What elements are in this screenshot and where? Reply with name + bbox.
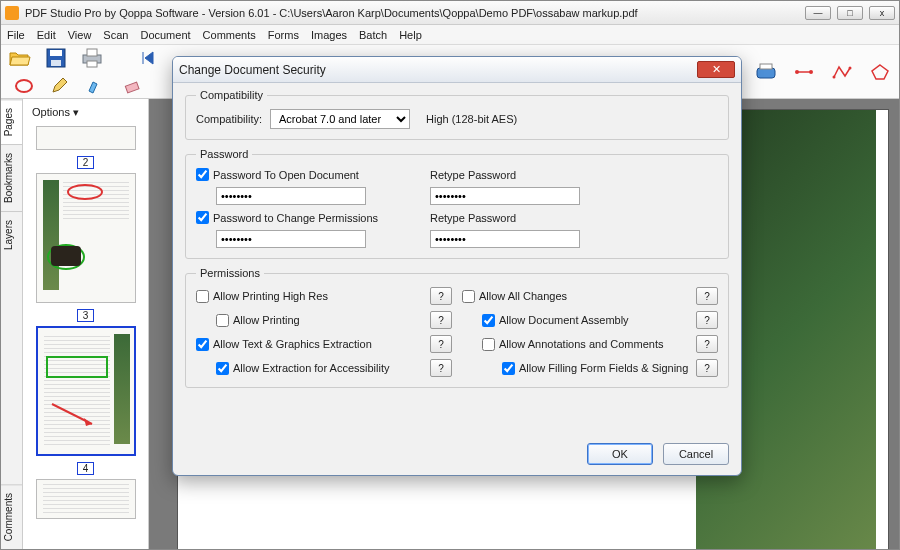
dialog-overlay: Change Document Security ✕ Compatibility… [0, 0, 900, 550]
compatibility-group: Compatibility Compatibility: Acrobat 7.0… [185, 89, 729, 140]
perm-annotations[interactable]: Allow Annotations and Comments [482, 338, 663, 351]
dialog-title: Change Document Security [179, 63, 326, 77]
perm-doc-assembly[interactable]: Allow Document Assembly [482, 314, 629, 327]
pwd-change-check[interactable]: Password to Change Permissions [196, 211, 406, 224]
perm-print[interactable]: Allow Printing [216, 314, 300, 327]
perm-print-high[interactable]: Allow Printing High Res [196, 290, 328, 303]
permissions-legend: Permissions [196, 267, 264, 279]
dialog-titlebar: Change Document Security ✕ [173, 57, 741, 83]
compat-label: Compatibility: [196, 113, 262, 125]
help-print-high[interactable]: ? [430, 287, 452, 305]
perm-all-changes[interactable]: Allow All Changes [462, 290, 567, 303]
compat-legend: Compatibility [196, 89, 267, 101]
compat-select[interactable]: Acrobat 7.0 and later [270, 109, 410, 129]
cancel-button[interactable]: Cancel [663, 443, 729, 465]
pwd-open-check[interactable]: Password To Open Document [196, 168, 406, 181]
dialog-body: Compatibility Compatibility: Acrobat 7.0… [173, 83, 741, 437]
help-doc-assembly[interactable]: ? [696, 311, 718, 329]
help-print[interactable]: ? [430, 311, 452, 329]
perm-text-extract[interactable]: Allow Text & Graphics Extraction [196, 338, 372, 351]
pwd-retype2-label: Retype Password [430, 211, 640, 224]
help-accessibility[interactable]: ? [430, 359, 452, 377]
password-group: Password Password To Open Document Retyp… [185, 148, 729, 259]
security-dialog: Change Document Security ✕ Compatibility… [172, 56, 742, 476]
help-text-extract[interactable]: ? [430, 335, 452, 353]
help-annotations[interactable]: ? [696, 335, 718, 353]
password-legend: Password [196, 148, 252, 160]
pwd-retype2-input[interactable] [430, 230, 580, 248]
dialog-close-button[interactable]: ✕ [697, 61, 735, 78]
compat-level: High (128-bit AES) [426, 113, 517, 125]
perm-accessibility[interactable]: Allow Extraction for Accessibility [216, 362, 390, 375]
dialog-buttons: OK Cancel [173, 437, 741, 475]
help-form-fill[interactable]: ? [696, 359, 718, 377]
perm-form-fill[interactable]: Allow Filling Form Fields & Signing [502, 362, 688, 375]
pwd-retype1-label: Retype Password [430, 168, 640, 181]
pwd-change-input[interactable] [216, 230, 366, 248]
permissions-group: Permissions Allow Printing High Res? All… [185, 267, 729, 388]
pwd-open-input[interactable] [216, 187, 366, 205]
ok-button[interactable]: OK [587, 443, 653, 465]
pwd-retype1-input[interactable] [430, 187, 580, 205]
help-all-changes[interactable]: ? [696, 287, 718, 305]
